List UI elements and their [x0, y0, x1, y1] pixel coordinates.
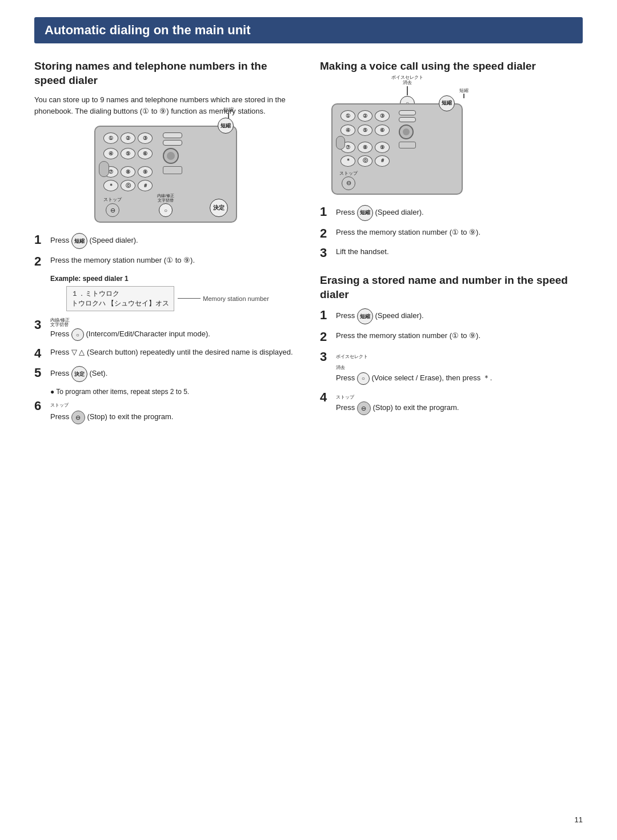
right-column: Making a voice call using the speed dial…	[320, 59, 583, 430]
tanshuku-badge-erase-step1: 短縮	[357, 308, 373, 324]
page-number: 11	[575, 815, 583, 824]
step-3-voice: 3 Lift the handset.	[320, 246, 583, 260]
memory-station-label: Memory station number	[203, 295, 269, 302]
step-2-left: 2 Press the memory station number (① to …	[34, 255, 297, 268]
step-4-erase: 4 ストップ Press ⊖ (Stop) to exit the progra…	[320, 391, 583, 416]
left-section-title: Storing names and telephone numbers in t…	[34, 59, 297, 87]
tanshuku-badge-step1: 短縮	[71, 233, 87, 249]
left-column: Storing names and telephone numbers in t…	[34, 59, 297, 430]
example-section: Example: speed dialer 1 １．ミトウロク トウロクハ 【シ…	[34, 275, 297, 314]
step-5-bullet: ● To program other items, repeat steps 2…	[50, 388, 297, 396]
kettei-button-left: 決定	[210, 199, 228, 217]
step-6-left: 6 ストップ Press ⊖ (Stop) to exit the progra…	[34, 399, 297, 424]
step-1-left: 1 Press 短縮 (Speed dialer).	[34, 233, 297, 249]
device-box-left: ①②③ ④⑤⑥	[94, 126, 237, 223]
step-3-erase: 3 ボイスセレクト消去 Press ○ (Voice select / Eras…	[320, 350, 583, 385]
step-4-left: 4 Press ▽ △ (Search button) repeatedly u…	[34, 347, 297, 360]
step-5-left: 5 Press 決定 (Set).	[34, 366, 297, 382]
step-1-erase: 1 Press 短縮 (Speed dialer).	[320, 308, 583, 324]
step-2-erase: 2 Press the memory station number (① to …	[320, 330, 583, 344]
tanshuku-badge-top-right: 短縮	[439, 95, 455, 111]
intercom-badge-step3: ○	[71, 328, 84, 341]
keypad-left: ①②③ ④⑤⑥	[103, 132, 182, 191]
device-illustration-left: 短縮 ①②③	[34, 126, 297, 223]
tanshuku-badge-top-left: 短縮	[218, 118, 234, 134]
intercom-button-left: 内線/修正文字切替 ○	[157, 194, 174, 218]
page-title: Automatic dialing on the main unit	[34, 17, 583, 43]
left-section-desc: You can store up to 9 names and telephon…	[34, 94, 297, 116]
example-display: １．ミトウロク トウロクハ 【シュウセイ】オス	[66, 286, 174, 311]
tanshuku-label-left: 短縮	[223, 107, 234, 113]
tanshuku-badge-voice-step1: 短縮	[357, 205, 373, 221]
speaker-icon-left	[99, 161, 109, 177]
right-section-title-erase: Erasing a stored name and number in the …	[320, 274, 583, 302]
keypad-right: ①②③ ④⑤⑥	[340, 110, 416, 167]
stop-badge-step6: ⊖	[71, 411, 85, 424]
speaker-icon-right	[336, 136, 345, 150]
stop-label-step6: ストップ	[50, 402, 69, 409]
step-1-voice: 1 Press 短縮 (Speed dialer).	[320, 205, 583, 221]
device-illustration-right: ボイスセレクト消去 ○ 短縮 ①②③	[320, 81, 583, 195]
device-box-right: ①②③ ④⑤⑥	[331, 103, 463, 195]
stop-badge-step4-erase: ⊖	[357, 401, 371, 415]
step-3-left: 3 内線/修正文字切替 Press ○ (Intercom/Edit/Chara…	[34, 318, 297, 341]
right-section-title-voice: Making a voice call using the speed dial…	[320, 59, 583, 74]
kettei-badge-step5: 決定	[71, 366, 87, 382]
stop-button-right: ストップ ⊖	[339, 170, 358, 190]
step-2-voice: 2 Press the memory station number (① to …	[320, 227, 583, 240]
voice-erase-badge-step3: ○	[357, 372, 370, 385]
stop-button-left: ストップ ⊖	[103, 196, 122, 217]
